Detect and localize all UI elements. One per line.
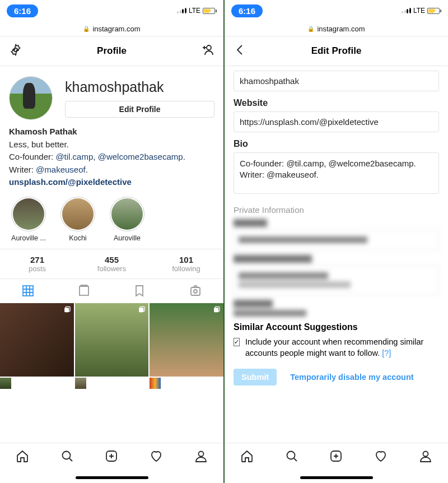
post-thumb[interactable] — [0, 303, 74, 377]
tab-saved[interactable] — [112, 279, 168, 303]
stats-row: 271posts 455followers 101following — [0, 249, 223, 278]
form-actions: Submit Temporarily disable my account — [234, 369, 439, 386]
highlight-item[interactable]: Auroville — [108, 197, 147, 242]
nav-search[interactable] — [60, 449, 74, 465]
home-icon — [240, 449, 254, 463]
avatar[interactable] — [9, 76, 53, 120]
bottom-nav — [0, 443, 223, 483]
nav-profile[interactable] — [419, 449, 432, 465]
url-text: instagram.com — [317, 25, 365, 33]
network-label: LTE — [413, 7, 425, 15]
tab-feed[interactable] — [56, 279, 112, 303]
stat-following[interactable]: 101following — [149, 249, 223, 278]
tab-tagged[interactable] — [167, 279, 223, 303]
url-bar[interactable]: 🔒 instagram.com — [225, 21, 448, 36]
bio-line: Co-founder: @til.camp, @welcome2basecamp… — [9, 151, 214, 164]
username-input[interactable] — [234, 71, 439, 91]
mention-link[interactable]: @makeuseof — [36, 165, 86, 174]
profile-screen: 6:16 LTE ⚡ 🔒 instagram.com Profile khamo… — [0, 0, 223, 483]
help-link[interactable]: [?] — [382, 349, 391, 357]
similar-suggestions-heading: Similar Account Suggestions — [234, 322, 439, 332]
discover-people-button[interactable] — [201, 43, 214, 59]
profile-top: khamoshpathak Edit Profile — [0, 66, 223, 126]
feed-tabs — [0, 278, 223, 303]
mention-link[interactable]: @welcome2basecamp — [98, 152, 183, 161]
svg-point-1 — [207, 45, 211, 50]
header-title: Edit Profile — [311, 45, 362, 57]
status-bar: 6:16 LTE ⚡ — [225, 0, 448, 21]
similar-suggestions-row: ✓ Include your account when recommending… — [234, 337, 439, 359]
highlights: Auroville ... Kochi Auroville — [0, 197, 223, 249]
svg-rect-7 — [64, 308, 69, 312]
plus-square-icon — [329, 449, 343, 463]
battery-icon: ⚡ — [203, 8, 217, 14]
svg-point-15 — [199, 452, 204, 457]
bio-input[interactable]: Co-founder: @til.camp, @welcome2basecamp… — [234, 152, 439, 194]
edit-form: Website Bio Co-founder: @til.camp, @welc… — [225, 66, 448, 390]
tab-grid[interactable] — [0, 279, 56, 303]
nav-search[interactable] — [285, 449, 298, 465]
home-indicator — [300, 476, 373, 479]
back-button[interactable] — [234, 43, 247, 59]
nav-activity[interactable] — [374, 449, 388, 465]
post-thumb[interactable] — [75, 378, 86, 389]
include-account-checkbox[interactable]: ✓ — [234, 338, 240, 346]
stat-posts[interactable]: 271posts — [0, 249, 74, 278]
disable-account-link[interactable]: Temporarily disable my account — [290, 373, 414, 382]
edit-profile-screen: 6:16 LTE ⚡ 🔒 instagram.com Edit Profile … — [225, 0, 448, 483]
display-name: Khamosh Pathak — [9, 126, 214, 138]
battery-icon: ⚡ — [427, 8, 441, 14]
svg-rect-3 — [80, 286, 88, 295]
status-bar: 6:16 LTE ⚡ — [0, 0, 223, 21]
lock-icon: 🔒 — [83, 26, 90, 32]
tagged-icon — [189, 284, 202, 298]
url-bar[interactable]: 🔒 instagram.com — [0, 21, 223, 36]
highlight-item[interactable]: Kochi — [58, 197, 97, 242]
nav-create[interactable] — [329, 449, 343, 465]
gear-icon — [9, 43, 22, 57]
svg-rect-2 — [23, 286, 33, 296]
svg-point-16 — [287, 452, 295, 459]
plus-square-icon — [105, 449, 118, 463]
home-icon — [16, 449, 29, 463]
nav-header: Profile — [0, 36, 223, 66]
submit-button[interactable]: Submit — [234, 369, 277, 386]
bio-line: Less, but better. — [9, 138, 214, 151]
website-label: Website — [234, 98, 439, 108]
svg-point-13 — [62, 452, 70, 459]
post-thumb[interactable] — [75, 303, 149, 377]
edit-profile-button[interactable]: Edit Profile — [65, 101, 214, 118]
similar-suggestions-text: Include your account when recommending s… — [245, 337, 439, 359]
stat-followers[interactable]: 455followers — [74, 249, 149, 278]
nav-home[interactable] — [16, 449, 29, 465]
profile-icon — [194, 449, 208, 463]
search-icon — [285, 449, 298, 463]
chevron-left-icon — [234, 43, 247, 57]
home-indicator — [76, 476, 148, 479]
heart-icon — [374, 449, 388, 463]
post-thumb[interactable] — [150, 378, 161, 389]
signal-icon — [402, 8, 411, 13]
url-text: instagram.com — [92, 25, 140, 33]
signal-icon — [177, 8, 186, 13]
post-thumb[interactable] — [0, 378, 11, 389]
mention-link[interactable]: @til.camp — [55, 152, 93, 161]
status-time: 6:16 — [7, 4, 38, 17]
carousel-icon — [212, 306, 221, 314]
settings-button[interactable] — [9, 43, 22, 59]
highlight-item[interactable]: Auroville ... — [9, 197, 48, 242]
bio-label: Bio — [234, 139, 439, 149]
post-thumb[interactable] — [150, 303, 223, 377]
nav-profile[interactable] — [194, 449, 208, 465]
bio: Khamosh Pathak Less, but better. Co-foun… — [0, 126, 223, 197]
website-link[interactable]: unsplash.com/@pixeldetective — [9, 176, 214, 189]
nav-home[interactable] — [240, 449, 254, 465]
status-right: LTE ⚡ — [402, 7, 441, 15]
svg-rect-9 — [139, 308, 143, 312]
search-icon — [60, 449, 74, 463]
nav-activity[interactable] — [150, 449, 163, 465]
bottom-nav — [225, 443, 448, 483]
website-input[interactable] — [234, 112, 439, 132]
nav-create[interactable] — [105, 449, 118, 465]
profile-icon — [419, 449, 432, 463]
